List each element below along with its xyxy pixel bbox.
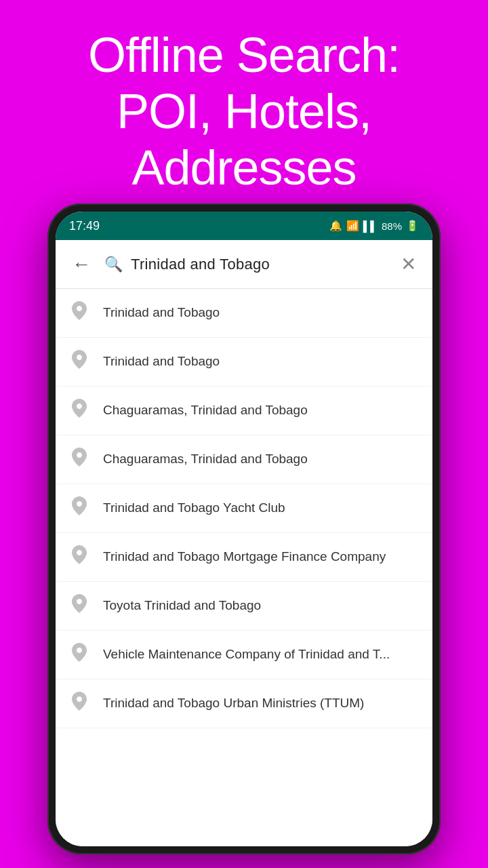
location-pin-icon [69,399,89,422]
result-text: Vehicle Maintenance Company of Trinidad … [103,646,419,663]
header-title: Offline Search: POI, Hotels, Addresses [20,27,468,195]
phone-screen: 17:49 🔔 📶 ▌▌ 88% 🔋 ← 🔍 Trinidad and Toba… [56,212,432,846]
search-icon: 🔍 [104,256,123,273]
status-icons: 🔔 📶 ▌▌ 88% 🔋 [329,220,419,232]
list-item[interactable]: Trinidad and Tobago Mortgage Finance Com… [56,533,432,582]
result-text: Toyota Trinidad and Tobago [103,597,419,614]
list-item[interactable]: Trinidad and Tobago Yacht Club [56,484,432,533]
location-pin-icon [69,496,89,520]
location-pin-icon [69,301,89,325]
location-pin-icon [69,545,89,569]
result-text: Trinidad and Tobago [103,353,419,370]
list-item[interactable]: Trinidad and Tobago [56,338,432,387]
list-item[interactable]: Trinidad and Tobago [56,289,432,338]
signal-icon: ▌▌ [363,220,378,232]
location-pin-icon [69,692,89,715]
phone-container: 17:49 🔔 📶 ▌▌ 88% 🔋 ← 🔍 Trinidad and Toba… [47,203,441,854]
result-text: Chaguaramas, Trinidad and Tobago [103,402,419,419]
location-pin-icon [69,448,89,471]
list-item[interactable]: Vehicle Maintenance Company of Trinidad … [56,631,432,679]
battery-icon: 🔋 [406,220,419,232]
battery-label: 88% [382,220,402,232]
status-bar: 17:49 🔔 📶 ▌▌ 88% 🔋 [56,212,432,240]
search-bar[interactable]: ← 🔍 Trinidad and Tobago ✕ [56,240,432,289]
search-query[interactable]: Trinidad and Tobago [131,256,387,273]
clear-button[interactable]: ✕ [395,248,422,281]
list-item[interactable]: Trinidad and Tobago Urban Ministries (TT… [56,679,432,728]
status-time: 17:49 [69,219,100,233]
results-list: Trinidad and Tobago Trinidad and Tobago … [56,289,432,846]
header-section: Offline Search: POI, Hotels, Addresses [0,0,488,216]
back-button[interactable]: ← [66,248,96,281]
phone-outer: 17:49 🔔 📶 ▌▌ 88% 🔋 ← 🔍 Trinidad and Toba… [47,203,441,854]
wifi-icon: 📶 [346,220,359,232]
location-pin-icon [69,643,89,667]
location-pin-icon [69,350,89,374]
result-text: Trinidad and Tobago Yacht Club [103,500,419,517]
location-pin-icon [69,594,89,618]
result-text: Trinidad and Tobago Mortgage Finance Com… [103,549,419,566]
result-text: Trinidad and Tobago Urban Ministries (TT… [103,695,419,712]
result-text: Trinidad and Tobago [103,304,419,321]
notification-icon: 🔔 [329,220,342,232]
list-item[interactable]: Chaguaramas, Trinidad and Tobago [56,387,432,435]
list-item[interactable]: Toyota Trinidad and Tobago [56,582,432,631]
result-text: Chaguaramas, Trinidad and Tobago [103,451,419,468]
list-item[interactable]: Chaguaramas, Trinidad and Tobago [56,435,432,484]
